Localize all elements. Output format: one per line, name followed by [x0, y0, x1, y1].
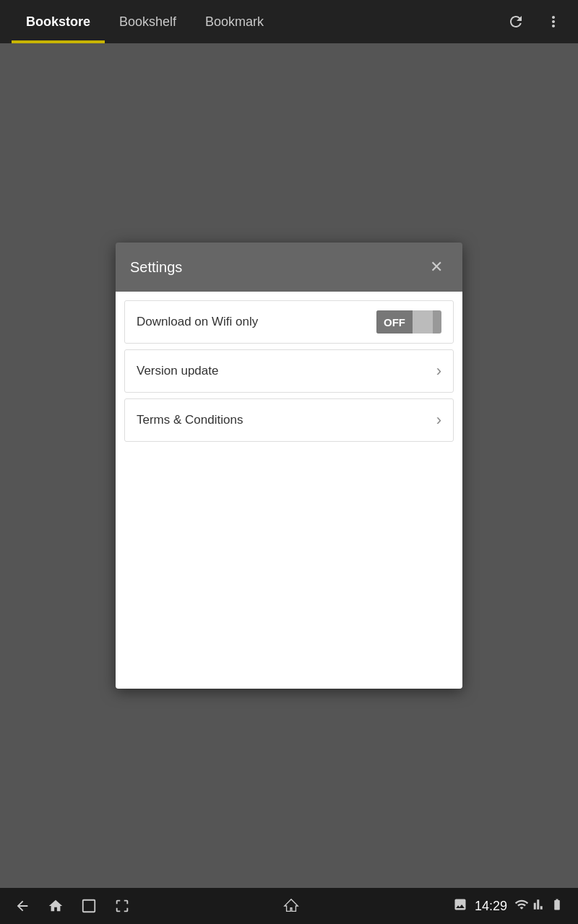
left-nav-icons: [14, 898, 130, 914]
scan-button[interactable]: [114, 898, 130, 914]
dialog-title: Settings: [130, 259, 182, 276]
system-nav-bar: 14:29: [0, 888, 578, 924]
wifi-only-toggle[interactable]: OFF: [376, 310, 441, 334]
tab-bookmark-label: Bookmark: [205, 14, 264, 30]
tab-bookmark[interactable]: Bookmark: [191, 0, 278, 43]
version-update-right: ›: [436, 362, 441, 380]
dialog-header: Settings ✕: [116, 243, 462, 292]
time-display: 14:29: [475, 899, 507, 914]
battery-icon: [551, 897, 564, 915]
wifi-only-setting[interactable]: Download on Wifi only OFF: [124, 300, 454, 344]
toggle-off-label: OFF: [376, 310, 413, 334]
home-button[interactable]: [48, 898, 64, 914]
signal-icon: [533, 897, 546, 915]
tab-bookshelf[interactable]: Bookshelf: [105, 0, 191, 43]
settings-dialog: Settings ✕ Download on Wifi only OFF Ver…: [116, 243, 462, 689]
tab-container: Bookstore Bookshelf Bookmark: [12, 0, 503, 43]
recents-button[interactable]: [81, 898, 97, 914]
close-button[interactable]: ✕: [425, 256, 448, 279]
dialog-body: Download on Wifi only OFF Version update…: [116, 292, 462, 689]
center-nav: [283, 898, 299, 914]
terms-right: ›: [436, 411, 441, 430]
tab-bookshelf-label: Bookshelf: [119, 14, 176, 30]
refresh-icon[interactable]: [503, 9, 529, 35]
system-status-icons: [514, 897, 564, 915]
topbar-action-icons: [503, 9, 566, 35]
back-button[interactable]: [14, 898, 30, 914]
terms-label: Terms & Conditions: [137, 413, 243, 427]
tab-bookstore-label: Bookstore: [26, 14, 90, 30]
status-bar: 14:29: [453, 897, 564, 915]
chevron-right-icon: ›: [436, 411, 441, 430]
close-icon: ✕: [430, 258, 443, 276]
top-navigation-bar: Bookstore Bookshelf Bookmark: [0, 0, 578, 43]
terms-setting[interactable]: Terms & Conditions ›: [124, 398, 454, 442]
status-icons: [453, 897, 467, 915]
overlay-background: Settings ✕ Download on Wifi only OFF Ver…: [0, 43, 578, 888]
center-home-button[interactable]: [283, 898, 299, 914]
wifi-icon: [514, 897, 529, 915]
more-options-icon[interactable]: [540, 9, 566, 35]
wifi-only-label: Download on Wifi only: [137, 315, 258, 329]
version-update-setting[interactable]: Version update ›: [124, 349, 454, 393]
chevron-right-icon: ›: [436, 362, 441, 380]
svg-rect-0: [83, 900, 95, 912]
toggle-track: [413, 310, 433, 334]
tab-bookstore[interactable]: Bookstore: [12, 0, 105, 43]
version-update-label: Version update: [137, 364, 218, 378]
image-icon: [453, 897, 467, 915]
